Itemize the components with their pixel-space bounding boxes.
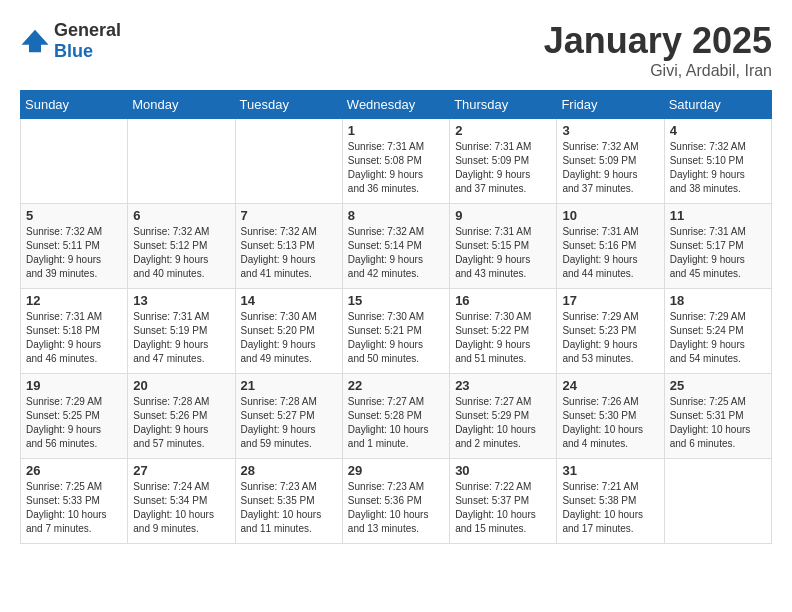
calendar-cell — [128, 119, 235, 204]
weekday-header: Thursday — [450, 91, 557, 119]
calendar-cell: 23Sunrise: 7:27 AM Sunset: 5:29 PM Dayli… — [450, 374, 557, 459]
calendar-cell: 9Sunrise: 7:31 AM Sunset: 5:15 PM Daylig… — [450, 204, 557, 289]
page-header: General Blue January 2025 Givi, Ardabil,… — [20, 20, 772, 80]
calendar-cell: 29Sunrise: 7:23 AM Sunset: 5:36 PM Dayli… — [342, 459, 449, 544]
day-info: Sunrise: 7:24 AM Sunset: 5:34 PM Dayligh… — [133, 480, 229, 536]
day-number: 15 — [348, 293, 444, 308]
calendar-cell: 25Sunrise: 7:25 AM Sunset: 5:31 PM Dayli… — [664, 374, 771, 459]
day-info: Sunrise: 7:27 AM Sunset: 5:28 PM Dayligh… — [348, 395, 444, 451]
day-info: Sunrise: 7:32 AM Sunset: 5:12 PM Dayligh… — [133, 225, 229, 281]
day-info: Sunrise: 7:23 AM Sunset: 5:35 PM Dayligh… — [241, 480, 337, 536]
calendar-cell: 13Sunrise: 7:31 AM Sunset: 5:19 PM Dayli… — [128, 289, 235, 374]
day-info: Sunrise: 7:29 AM Sunset: 5:23 PM Dayligh… — [562, 310, 658, 366]
day-number: 18 — [670, 293, 766, 308]
day-number: 10 — [562, 208, 658, 223]
calendar-cell — [664, 459, 771, 544]
logo-text: General Blue — [54, 20, 121, 62]
location: Givi, Ardabil, Iran — [544, 62, 772, 80]
day-number: 1 — [348, 123, 444, 138]
calendar-cell: 2Sunrise: 7:31 AM Sunset: 5:09 PM Daylig… — [450, 119, 557, 204]
calendar-cell: 20Sunrise: 7:28 AM Sunset: 5:26 PM Dayli… — [128, 374, 235, 459]
weekday-header: Tuesday — [235, 91, 342, 119]
day-info: Sunrise: 7:25 AM Sunset: 5:31 PM Dayligh… — [670, 395, 766, 451]
day-number: 3 — [562, 123, 658, 138]
day-number: 8 — [348, 208, 444, 223]
day-number: 26 — [26, 463, 122, 478]
day-info: Sunrise: 7:31 AM Sunset: 5:09 PM Dayligh… — [455, 140, 551, 196]
svg-marker-0 — [22, 30, 49, 53]
day-info: Sunrise: 7:23 AM Sunset: 5:36 PM Dayligh… — [348, 480, 444, 536]
logo: General Blue — [20, 20, 121, 62]
day-info: Sunrise: 7:30 AM Sunset: 5:22 PM Dayligh… — [455, 310, 551, 366]
day-info: Sunrise: 7:26 AM Sunset: 5:30 PM Dayligh… — [562, 395, 658, 451]
day-info: Sunrise: 7:32 AM Sunset: 5:10 PM Dayligh… — [670, 140, 766, 196]
weekday-header: Wednesday — [342, 91, 449, 119]
calendar-cell: 31Sunrise: 7:21 AM Sunset: 5:38 PM Dayli… — [557, 459, 664, 544]
logo-blue: Blue — [54, 41, 93, 61]
day-number: 13 — [133, 293, 229, 308]
calendar-week-row: 12Sunrise: 7:31 AM Sunset: 5:18 PM Dayli… — [21, 289, 772, 374]
day-info: Sunrise: 7:31 AM Sunset: 5:08 PM Dayligh… — [348, 140, 444, 196]
day-number: 14 — [241, 293, 337, 308]
day-info: Sunrise: 7:29 AM Sunset: 5:25 PM Dayligh… — [26, 395, 122, 451]
day-number: 11 — [670, 208, 766, 223]
day-number: 7 — [241, 208, 337, 223]
weekday-header: Saturday — [664, 91, 771, 119]
calendar-cell: 19Sunrise: 7:29 AM Sunset: 5:25 PM Dayli… — [21, 374, 128, 459]
calendar-cell: 4Sunrise: 7:32 AM Sunset: 5:10 PM Daylig… — [664, 119, 771, 204]
day-info: Sunrise: 7:31 AM Sunset: 5:15 PM Dayligh… — [455, 225, 551, 281]
day-number: 6 — [133, 208, 229, 223]
day-number: 25 — [670, 378, 766, 393]
calendar-cell — [21, 119, 128, 204]
day-number: 5 — [26, 208, 122, 223]
day-info: Sunrise: 7:30 AM Sunset: 5:20 PM Dayligh… — [241, 310, 337, 366]
calendar-cell: 22Sunrise: 7:27 AM Sunset: 5:28 PM Dayli… — [342, 374, 449, 459]
calendar-cell: 18Sunrise: 7:29 AM Sunset: 5:24 PM Dayli… — [664, 289, 771, 374]
day-number: 16 — [455, 293, 551, 308]
calendar-cell: 1Sunrise: 7:31 AM Sunset: 5:08 PM Daylig… — [342, 119, 449, 204]
calendar-week-row: 26Sunrise: 7:25 AM Sunset: 5:33 PM Dayli… — [21, 459, 772, 544]
logo-general: General — [54, 20, 121, 40]
day-number: 30 — [455, 463, 551, 478]
day-info: Sunrise: 7:29 AM Sunset: 5:24 PM Dayligh… — [670, 310, 766, 366]
day-info: Sunrise: 7:31 AM Sunset: 5:18 PM Dayligh… — [26, 310, 122, 366]
month-title: January 2025 — [544, 20, 772, 62]
day-info: Sunrise: 7:28 AM Sunset: 5:26 PM Dayligh… — [133, 395, 229, 451]
calendar-cell: 7Sunrise: 7:32 AM Sunset: 5:13 PM Daylig… — [235, 204, 342, 289]
day-number: 24 — [562, 378, 658, 393]
day-number: 2 — [455, 123, 551, 138]
calendar-cell: 8Sunrise: 7:32 AM Sunset: 5:14 PM Daylig… — [342, 204, 449, 289]
calendar-cell: 10Sunrise: 7:31 AM Sunset: 5:16 PM Dayli… — [557, 204, 664, 289]
day-info: Sunrise: 7:27 AM Sunset: 5:29 PM Dayligh… — [455, 395, 551, 451]
calendar-week-row: 5Sunrise: 7:32 AM Sunset: 5:11 PM Daylig… — [21, 204, 772, 289]
day-info: Sunrise: 7:25 AM Sunset: 5:33 PM Dayligh… — [26, 480, 122, 536]
day-number: 21 — [241, 378, 337, 393]
calendar-cell: 27Sunrise: 7:24 AM Sunset: 5:34 PM Dayli… — [128, 459, 235, 544]
day-number: 28 — [241, 463, 337, 478]
day-info: Sunrise: 7:30 AM Sunset: 5:21 PM Dayligh… — [348, 310, 444, 366]
day-info: Sunrise: 7:31 AM Sunset: 5:17 PM Dayligh… — [670, 225, 766, 281]
day-info: Sunrise: 7:28 AM Sunset: 5:27 PM Dayligh… — [241, 395, 337, 451]
day-info: Sunrise: 7:32 AM Sunset: 5:11 PM Dayligh… — [26, 225, 122, 281]
day-number: 4 — [670, 123, 766, 138]
calendar-cell: 21Sunrise: 7:28 AM Sunset: 5:27 PM Dayli… — [235, 374, 342, 459]
calendar-cell: 15Sunrise: 7:30 AM Sunset: 5:21 PM Dayli… — [342, 289, 449, 374]
calendar-cell: 6Sunrise: 7:32 AM Sunset: 5:12 PM Daylig… — [128, 204, 235, 289]
logo-icon — [20, 26, 50, 56]
day-number: 19 — [26, 378, 122, 393]
calendar-cell: 28Sunrise: 7:23 AM Sunset: 5:35 PM Dayli… — [235, 459, 342, 544]
day-info: Sunrise: 7:32 AM Sunset: 5:14 PM Dayligh… — [348, 225, 444, 281]
day-number: 12 — [26, 293, 122, 308]
calendar-cell: 24Sunrise: 7:26 AM Sunset: 5:30 PM Dayli… — [557, 374, 664, 459]
calendar-cell: 16Sunrise: 7:30 AM Sunset: 5:22 PM Dayli… — [450, 289, 557, 374]
calendar-cell: 17Sunrise: 7:29 AM Sunset: 5:23 PM Dayli… — [557, 289, 664, 374]
day-number: 9 — [455, 208, 551, 223]
calendar-cell: 12Sunrise: 7:31 AM Sunset: 5:18 PM Dayli… — [21, 289, 128, 374]
day-info: Sunrise: 7:32 AM Sunset: 5:09 PM Dayligh… — [562, 140, 658, 196]
calendar-week-row: 19Sunrise: 7:29 AM Sunset: 5:25 PM Dayli… — [21, 374, 772, 459]
weekday-header-row: SundayMondayTuesdayWednesdayThursdayFrid… — [21, 91, 772, 119]
weekday-header: Monday — [128, 91, 235, 119]
day-number: 20 — [133, 378, 229, 393]
day-number: 17 — [562, 293, 658, 308]
title-area: January 2025 Givi, Ardabil, Iran — [544, 20, 772, 80]
